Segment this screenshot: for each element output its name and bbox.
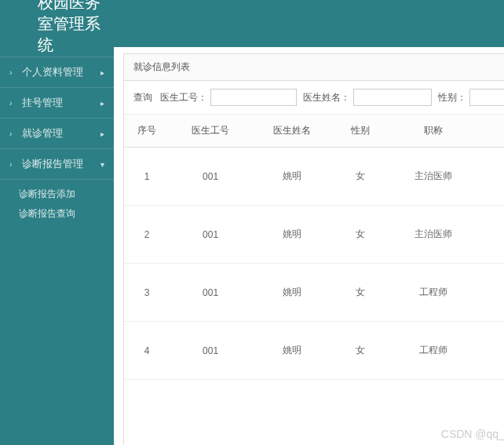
query-label: 查询 (133, 91, 152, 104)
chevron-right-icon: › (9, 160, 17, 169)
table-header-row: 序号 医生工号 医生姓名 性别 职称 学号 (124, 115, 504, 148)
cell-name: 姚明 (251, 206, 333, 264)
cell-title: 工程师 (388, 322, 479, 380)
subnav-query-report[interactable]: 诊断报告查询 (19, 204, 114, 224)
cell-sid: 001 (479, 322, 504, 380)
cell-title: 主治医师 (388, 206, 479, 264)
header-bar (114, 0, 504, 47)
doctor-name-input[interactable] (353, 89, 432, 106)
table-row[interactable]: 3001姚明女工程师001 (124, 264, 504, 322)
subnav: 诊断报告添加 诊断报告查询 (0, 179, 114, 232)
th-gender: 性别 (334, 115, 389, 148)
th-doctor-id: 医生工号 (170, 115, 251, 148)
cell-sid: 123456 (479, 148, 504, 206)
table-row[interactable]: 2001姚明女主治医师001 (124, 206, 504, 264)
collapse-icon: ▾ (100, 160, 104, 169)
table-row[interactable]: 1001姚明女主治医师123456 (124, 148, 504, 206)
cell-id: 001 (170, 264, 251, 322)
cell-seq: 3 (124, 264, 170, 322)
expand-icon: ▸ (100, 129, 104, 138)
th-title: 职称 (388, 115, 479, 148)
data-table: 序号 医生工号 医生姓名 性别 职称 学号 1001姚明女主治医师1234562… (124, 115, 504, 380)
cell-gender: 女 (334, 322, 389, 380)
table-row[interactable]: 4001姚明女工程师001 (124, 322, 504, 380)
gender-input[interactable] (469, 89, 504, 106)
cell-seq: 1 (124, 148, 170, 206)
subnav-add-report[interactable]: 诊断报告添加 (19, 184, 114, 204)
cell-seq: 4 (124, 322, 170, 380)
gender-label: 性别： (438, 91, 466, 104)
nav-label: 挂号管理 (22, 96, 100, 110)
nav-label: 个人资料管理 (22, 65, 100, 79)
main: 就诊信息列表 查询 医生工号： 医生姓名： 性别： 职称 序号 医生工号 医生姓… (114, 0, 504, 445)
doctor-id-label: 医生工号： (160, 91, 207, 104)
cell-title: 工程师 (388, 264, 479, 322)
chevron-right-icon: › (9, 99, 17, 108)
cell-seq: 2 (124, 206, 170, 264)
content-panel: 就诊信息列表 查询 医生工号： 医生姓名： 性别： 职称 序号 医生工号 医生姓… (123, 53, 504, 445)
search-bar: 查询 医生工号： 医生姓名： 性别： 职称 (124, 81, 504, 115)
cell-title: 主治医师 (388, 148, 479, 206)
th-student-id: 学号 (479, 115, 504, 148)
cell-name: 姚明 (251, 264, 333, 322)
cell-gender: 女 (334, 148, 389, 206)
nav-item-visit[interactable]: › 就诊管理 ▸ (0, 118, 114, 148)
expand-icon: ▸ (100, 68, 104, 77)
cell-name: 姚明 (251, 322, 333, 380)
doctor-id-input[interactable] (210, 89, 297, 106)
app-title: 校园医务室管理系统 (0, 0, 114, 47)
nav: › 个人资料管理 ▸ › 挂号管理 ▸ › 就诊管理 ▸ › 诊断报告管理 ▾ … (0, 47, 114, 232)
cell-gender: 女 (334, 206, 389, 264)
cell-sid: 001 (479, 206, 504, 264)
nav-item-diagnosis[interactable]: › 诊断报告管理 ▾ (0, 148, 114, 179)
cell-id: 001 (170, 148, 251, 206)
sidebar: 校园医务室管理系统 › 个人资料管理 ▸ › 挂号管理 ▸ › 就诊管理 ▸ ›… (0, 0, 114, 445)
chevron-right-icon: › (9, 129, 17, 138)
cell-id: 001 (170, 322, 251, 380)
cell-id: 001 (170, 206, 251, 264)
th-seq: 序号 (124, 115, 170, 148)
doctor-name-label: 医生姓名： (303, 91, 350, 104)
cell-gender: 女 (334, 264, 389, 322)
nav-label: 就诊管理 (22, 126, 100, 140)
panel-title: 就诊信息列表 (124, 54, 504, 81)
nav-item-profile[interactable]: › 个人资料管理 ▸ (0, 57, 114, 87)
nav-label: 诊断报告管理 (22, 157, 100, 171)
expand-icon: ▸ (100, 99, 104, 108)
nav-item-register[interactable]: › 挂号管理 ▸ (0, 87, 114, 118)
th-doctor-name: 医生姓名 (251, 115, 333, 148)
cell-sid: 001 (479, 264, 504, 322)
cell-name: 姚明 (251, 148, 333, 206)
chevron-right-icon: › (9, 68, 17, 77)
